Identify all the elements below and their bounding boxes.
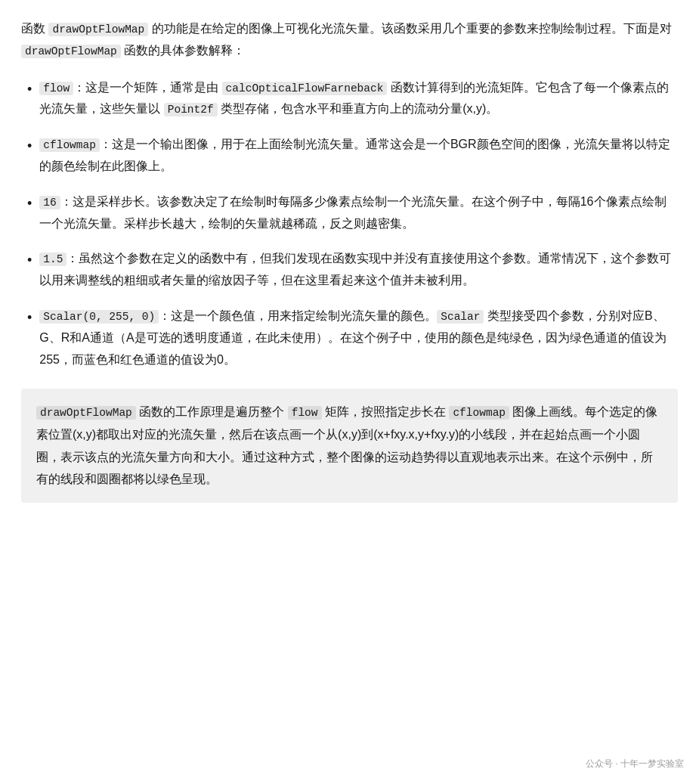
summary-code3: cflowmap <box>449 406 509 420</box>
summary-block: drawOptFlowMap 函数的工作原理是遍历整个 flow 矩阵，按照指定… <box>21 389 678 503</box>
list-item-scalar-content: Scalar(0, 255, 0)：这是一个颜色值，用来指定绘制光流矢量的颜色。… <box>39 305 678 370</box>
list-item-flow-content: flow：这是一个矩阵，通常是由 calcOpticalFlowFarnebac… <box>39 77 678 121</box>
summary-code1: drawOptFlowMap <box>36 406 136 420</box>
list-item-scalar: Scalar(0, 255, 0)：这是一个颜色值，用来指定绘制光流矢量的颜色。… <box>21 305 678 370</box>
list-item-1.5: 1.5：虽然这个参数在定义的函数中有，但我们发现在函数实现中并没有直接使用这个参… <box>21 248 678 292</box>
list-item-16-content: 16：这是采样步长。该参数决定了在绘制时每隔多少像素点绘制一个光流矢量。在这个例… <box>39 191 678 235</box>
param-16-code: 16 <box>39 196 60 209</box>
list-item-cflowmap: cflowmap：这是一个输出图像，用于在上面绘制光流矢量。通常这会是一个BGR… <box>21 134 678 178</box>
param-scalar-code: Scalar(0, 255, 0) <box>39 310 159 324</box>
list-item-cflowmap-content: cflowmap：这是一个输出图像，用于在上面绘制光流矢量。通常这会是一个BGR… <box>39 134 678 178</box>
intro-code-1: drawOptFlowMap <box>48 23 148 36</box>
list-item-1.5-content: 1.5：虽然这个参数在定义的函数中有，但我们发现在函数实现中并没有直接使用这个参… <box>39 248 678 292</box>
intro-paragraph: 函数 drawOptFlowMap 的功能是在给定的图像上可视化光流矢量。该函数… <box>21 18 678 62</box>
summary-code2: flow <box>288 406 322 420</box>
intro-code-2: drawOptFlowMap <box>21 45 121 58</box>
param-flow-code: flow <box>39 82 73 95</box>
list-item-16: 16：这是采样步长。该参数决定了在绘制时每隔多少像素点绘制一个光流矢量。在这个例… <box>21 191 678 235</box>
list-item-flow: flow：这是一个矩阵，通常是由 calcOpticalFlowFarnebac… <box>21 77 678 121</box>
param-flow-code2: calcOpticalFlowFarneback <box>222 82 388 95</box>
param-scalar-type-code: Scalar <box>437 310 484 324</box>
param-cflowmap-code: cflowmap <box>39 138 100 152</box>
params-list: flow：这是一个矩阵，通常是由 calcOpticalFlowFarnebac… <box>21 77 678 371</box>
param-1.5-code: 1.5 <box>39 253 66 266</box>
param-flow-code3: Point2f <box>164 103 218 116</box>
